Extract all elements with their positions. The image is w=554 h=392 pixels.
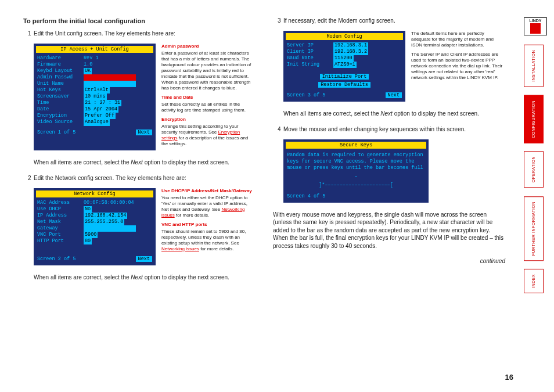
- terminal-row: VNC Port5900: [34, 232, 156, 238]
- side-notes-2: Use DHCP/IP Address/Net Mask/Gateway You…: [161, 188, 254, 265]
- terminal-row: Gateway: [34, 225, 156, 232]
- restore-defaults-button[interactable]: Restore Defaults: [318, 82, 370, 88]
- terminal-row: Baud Rate115200: [283, 55, 405, 62]
- terminal-row: Unit Name: [34, 81, 156, 87]
- next-button[interactable]: Next: [136, 256, 152, 262]
- right-column: 3 If necessary, edit the Modem config sc…: [273, 17, 505, 289]
- nav-operation[interactable]: OPERATION: [524, 151, 544, 188]
- network-config-terminal: Network Config MAC Address00:0F:58:00:00…: [34, 188, 156, 265]
- nav-rail: LINDY INSTALLATIONCONFIGURATIONOPERATION…: [524, 17, 547, 301]
- terminal-row: Video SourceAnalogue: [34, 119, 156, 125]
- side-notes-3: The default items here are perfectly ade…: [411, 31, 504, 102]
- terminal-row: Time21 : 27 : 31: [34, 100, 156, 106]
- instruction-text: When all items are correct, select the N…: [34, 159, 256, 167]
- step-2: 2 Edit the Network config screen. The ke…: [23, 175, 256, 181]
- terminal-row: HardwareRev 1: [34, 55, 156, 62]
- step-number: 1: [23, 30, 34, 37]
- lindy-logo: LINDY: [524, 17, 547, 35]
- terminal-row: Date15 Apr 2004: [34, 106, 156, 113]
- nav-index[interactable]: INDEX: [524, 269, 544, 293]
- screen-indicator: Screen 1 of 5: [37, 130, 75, 135]
- terminal-title: IP Access + Unit Config: [36, 46, 153, 53]
- terminal-row: MAC Address00:0F:58:00:00:04: [34, 200, 156, 206]
- page-number: 16: [505, 373, 513, 382]
- networking-issues-link[interactable]: Networking issues: [161, 246, 199, 251]
- terminal-row: Init StringATZS0=1: [283, 62, 405, 68]
- step-text: Edit the Unit config screen. The key ele…: [34, 30, 256, 37]
- left-column: To perform the initial local configurati…: [23, 17, 256, 289]
- terminal-row: Firmware1.0: [34, 62, 156, 68]
- terminal-row: Keybd LayoutUK: [34, 68, 156, 74]
- nav-configuration[interactable]: CONFIGURATION: [524, 95, 544, 143]
- terminal-row: Client IP192.168.3.2: [283, 49, 405, 55]
- terminal-row: Hot KeysCtrl+Alt: [34, 87, 156, 93]
- terminal-row: Screensaver10 mins: [34, 93, 156, 100]
- secure-keys-terminal: Secure Keys Random data is required to g…: [283, 139, 429, 203]
- next-button[interactable]: Next: [386, 92, 402, 98]
- continued-label: continued: [273, 258, 505, 264]
- instruction-text: With every mouse move and keypress, the …: [273, 211, 505, 250]
- next-button[interactable]: Next: [136, 130, 152, 135]
- terminal-row: IP Address192.168.42.154: [34, 213, 156, 219]
- terminal-row: Server IP192.168.3.1: [283, 42, 405, 49]
- terminal-row: EncryptionPrefer Off: [34, 113, 156, 119]
- terminal-row: Net Mask255.255.255.0: [34, 219, 156, 225]
- logo-square-icon: [530, 23, 541, 34]
- nav-further-information[interactable]: FURTHER INFORMATION: [524, 196, 544, 261]
- terminal-row: Admin Passwd: [34, 74, 156, 81]
- step-4: 4 Move the mouse and enter changing key …: [273, 126, 505, 132]
- step-1: 1 Edit the Unit config screen. The key e…: [23, 30, 256, 37]
- nav-installation[interactable]: INSTALLATION: [524, 45, 544, 87]
- side-notes-1: Admin password Enter a password of at le…: [161, 44, 254, 150]
- terminal-row: Use DHCPNo: [34, 206, 156, 213]
- terminal-row: HTTP Port80: [34, 238, 156, 244]
- page-title: To perform the initial local configurati…: [23, 17, 256, 24]
- step-3: 3 If necessary, edit the Modem config sc…: [273, 17, 505, 24]
- initialize-port-button[interactable]: Initialize Port: [320, 74, 369, 80]
- unit-config-terminal: IP Access + Unit Config HardwareRev 1Fir…: [34, 44, 156, 150]
- modem-config-terminal: Modem Config Server IP192.168.3.1Client …: [283, 31, 405, 102]
